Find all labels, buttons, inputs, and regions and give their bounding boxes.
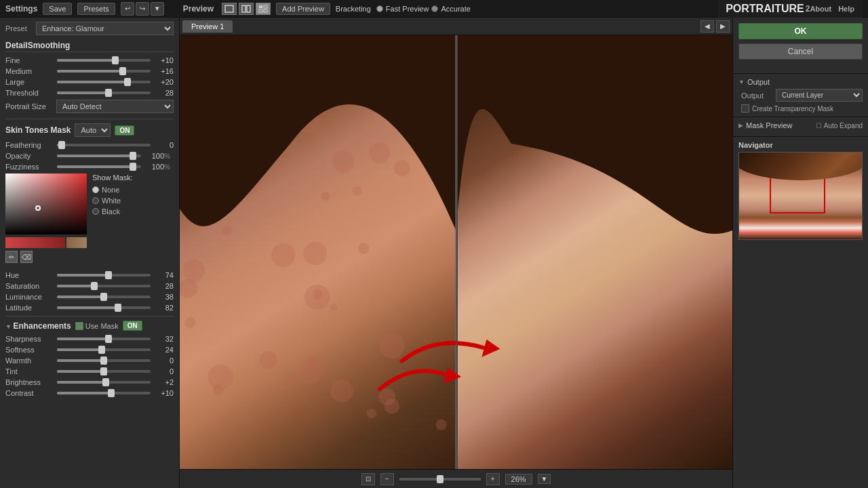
feathering-slider[interactable] [57, 144, 151, 146]
add-preview-button[interactable]: Add Preview [276, 3, 330, 15]
fuzziness-pct: % [164, 163, 174, 171]
transparency-checkbox[interactable] [741, 104, 749, 113]
about-link[interactable]: About [810, 5, 831, 13]
preview-tab-1[interactable]: Preview 1 [182, 20, 233, 33]
right-top: OK Cancel [733, 18, 868, 74]
preview-prev-btn[interactable]: ◀ [701, 20, 714, 33]
fuzziness-value: 100 [144, 163, 164, 171]
show-mask-none[interactable]: None [92, 186, 133, 194]
latitude-slider-row: Latitude 82 [5, 304, 174, 312]
dropdown-button[interactable]: ▼ [151, 2, 164, 16]
warmth-slider-row: Warmth 0 [5, 357, 174, 365]
zoom-slider[interactable] [399, 478, 481, 481]
output-section-title[interactable]: Output [738, 78, 863, 86]
mask-auto-select[interactable]: Auto [75, 123, 111, 137]
feathering-label: Feathering [5, 141, 54, 149]
sharpness-slider[interactable] [57, 338, 151, 340]
fast-preview-radio[interactable] [376, 5, 383, 12]
show-mask-white[interactable]: White [92, 197, 133, 205]
auto-expand[interactable]: ☐ Auto Expand [816, 122, 863, 129]
preset-row: Preset Enhance: Glamour [5, 22, 174, 35]
use-mask-label: Use Mask [85, 322, 119, 330]
sharpness-slider-row: Sharpness 32 [5, 335, 174, 343]
skin-tones-mask-header: Skin Tones Mask Auto ON [5, 123, 174, 137]
preset-label: Preset [5, 24, 36, 33]
white-label: White [102, 197, 121, 205]
swatch-brown[interactable] [66, 237, 87, 248]
preview-image[interactable] [180, 35, 732, 469]
luminance-slider[interactable] [57, 296, 151, 298]
preview-nav: ◀ ▶ [701, 20, 730, 33]
fuzziness-slider[interactable] [57, 165, 141, 168]
softness-slider[interactable] [57, 348, 151, 351]
portraiture-header: PORTRAITURE 2 About Help [717, 0, 863, 18]
contrast-slider[interactable] [57, 392, 151, 394]
warmth-slider[interactable] [57, 359, 151, 362]
output-label: Output [741, 92, 772, 100]
threshold-slider-row: Threshold 28 [5, 89, 174, 97]
split-divider [456, 35, 458, 469]
detail-smoothing-title: DetailSmoothing [5, 41, 174, 52]
eraser-tool-icon[interactable]: ⌫ [20, 251, 33, 263]
navigator-thumbnail[interactable] [738, 152, 863, 240]
medium-slider[interactable] [57, 70, 151, 73]
zoom-value: 26% [505, 474, 532, 485]
latitude-slider[interactable] [57, 306, 151, 309]
threshold-slider[interactable] [57, 92, 151, 94]
saturation-slider[interactable] [57, 285, 151, 287]
preset-select[interactable]: Enhance: Glamour [36, 22, 174, 35]
redo-button[interactable]: ↪ [136, 2, 149, 16]
luminance-label: Luminance [5, 293, 54, 301]
tint-slider[interactable] [57, 370, 151, 373]
hue-slider[interactable] [57, 274, 151, 277]
output-select[interactable]: Current Layer [776, 89, 863, 102]
undo-button[interactable]: ↩ [121, 2, 134, 16]
zoom-in-btn[interactable]: + [486, 473, 500, 485]
preview-next-btn[interactable]: ▶ [716, 20, 730, 33]
save-button[interactable]: Save [43, 3, 72, 15]
enh-on-toggle[interactable]: ON [123, 321, 142, 331]
zoom-dropdown-btn[interactable]: ▼ [538, 474, 551, 484]
softness-value: 24 [153, 346, 174, 354]
cancel-button[interactable]: Cancel [738, 43, 863, 60]
preview-mode-sidebyside[interactable] [256, 3, 271, 15]
use-mask-checkbox[interactable] [75, 322, 83, 330]
brightness-slider[interactable] [57, 381, 151, 384]
portrait-size-select[interactable]: Auto Detect [56, 100, 174, 113]
opacity-label: Opacity [5, 152, 54, 160]
help-link[interactable]: Help [838, 5, 854, 13]
portrait-size-row: Portrait Size Auto Detect [5, 100, 174, 113]
auto-expand-label: Auto Expand [824, 122, 863, 129]
color-gradient[interactable] [5, 174, 87, 235]
opacity-slider[interactable] [57, 155, 141, 157]
contrast-slider-row: Contrast +10 [5, 389, 174, 397]
large-slider[interactable] [57, 81, 151, 83]
navigator-section: Navigator [733, 137, 868, 244]
mask-preview-label[interactable]: Mask Preview [738, 121, 792, 129]
fine-slider[interactable] [57, 59, 151, 62]
enhancements-header: Enhancements Use Mask ON [5, 321, 174, 331]
hue-label: Hue [5, 271, 54, 279]
presets-button[interactable]: Presets [77, 3, 115, 15]
show-mask-black[interactable]: Black [92, 207, 133, 216]
swatch-red[interactable] [5, 237, 65, 248]
pen-tool-icon[interactable]: ✏ [5, 251, 18, 263]
feathering-slider-row: Feathering 0 [5, 141, 174, 149]
mask-on-toggle[interactable]: ON [115, 125, 134, 136]
accurate-radio[interactable] [431, 5, 438, 12]
svg-rect-5 [259, 9, 262, 12]
bracketing-button[interactable]: Bracketing [336, 5, 371, 13]
medium-label: Medium [5, 67, 54, 75]
zoom-out-btn[interactable]: − [380, 473, 394, 485]
preview-mode-icons [222, 3, 271, 15]
large-slider-row: Large +20 [5, 78, 174, 86]
preview-mode-single[interactable] [222, 3, 237, 15]
ok-button[interactable]: OK [738, 23, 863, 39]
top-bar: Settings Save Presets ↩ ↪ ▼ Preview Add … [0, 0, 868, 18]
undo-redo-group: ↩ ↪ ▼ [121, 2, 164, 16]
portrait-size-label: Portrait Size [5, 102, 56, 110]
about-help-group: About Help [810, 5, 854, 13]
zoom-fit-btn[interactable]: ⊡ [361, 473, 375, 485]
use-mask-check[interactable]: Use Mask [75, 322, 119, 330]
preview-mode-split[interactable] [239, 3, 254, 15]
